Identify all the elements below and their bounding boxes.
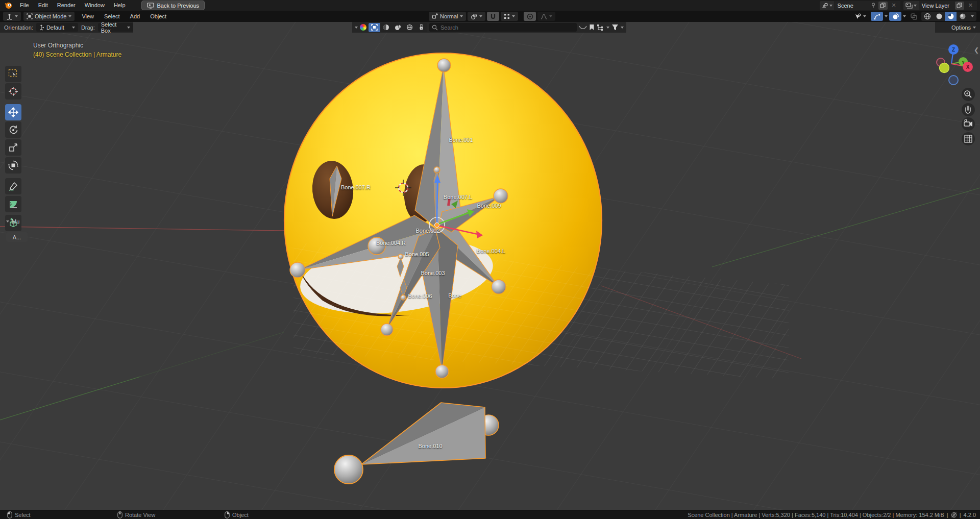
bone-label-Bone.001: Bone.001 — [449, 137, 473, 143]
solid-shading-icon — [936, 13, 943, 20]
orientation-icon — [432, 13, 438, 19]
scene-unlink-button[interactable]: ✕ — [890, 2, 898, 9]
hint-rotate-view: Rotate View — [117, 510, 155, 519]
transform-orientation-dropdown[interactable]: Normal — [429, 12, 466, 21]
shading-mode-group — [921, 12, 976, 21]
menu-file[interactable]: File — [15, 0, 34, 11]
mode-dropdown[interactable]: Object Mode — [23, 12, 75, 21]
menu-view[interactable]: View — [77, 13, 99, 19]
shading-solid-button[interactable] — [933, 12, 945, 21]
view-layer-icon — [905, 3, 913, 9]
proportional-editing-toggle[interactable] — [524, 12, 536, 21]
material-shading-icon — [947, 13, 954, 20]
chevron-down-icon — [15, 15, 18, 17]
display-controls — [851, 12, 976, 21]
chevron-down-icon — [863, 15, 866, 17]
magnet-icon — [490, 13, 496, 20]
gizmo-pointer-icon — [854, 13, 861, 20]
menu-render[interactable]: Render — [53, 0, 80, 11]
xray-toggle[interactable] — [908, 12, 920, 21]
scene-name-field[interactable]: Scene ✕ — [835, 1, 900, 10]
blender-window: File Edit Render Window Help Back to Pre… — [0, 0, 980, 519]
3d-viewport-icon — [6, 13, 13, 20]
editor-type-button[interactable] — [3, 12, 21, 21]
chevron-down-icon — [68, 15, 71, 17]
xray-icon — [911, 13, 917, 20]
screen-back-icon — [147, 3, 154, 9]
blender-logo-icon[interactable] — [5, 2, 12, 9]
gizmos-arc-icon — [874, 13, 880, 20]
pivot-point-icon — [471, 13, 477, 20]
menu-edit[interactable]: Edit — [34, 0, 53, 11]
bone-label-Bone.010: Bone.010 — [418, 443, 442, 449]
bone-label-Bone.005: Bone.005 — [405, 251, 429, 257]
bone-label-Bone: Bone — [448, 292, 461, 299]
hint-rotate-view-label: Rotate View — [125, 512, 155, 518]
wireframe-shading-icon — [924, 13, 931, 20]
chevron-down-icon — [971, 15, 974, 17]
bone-label-Bone.002: Bone.002 — [415, 228, 439, 234]
chevron-down-icon[interactable] — [903, 15, 906, 17]
version-label: 4.2.0 — [964, 512, 976, 518]
view-layer-browse-button[interactable] — [903, 1, 919, 10]
rendered-shading-icon — [959, 13, 966, 20]
viewport-header: Object Mode View Select Add Object Norma… — [0, 11, 980, 22]
scene-browse-button[interactable] — [820, 1, 835, 10]
hint-object-label: Object — [232, 512, 249, 518]
bone-label-Bone.004.L: Bone.004.L — [477, 248, 505, 254]
shading-wireframe-button[interactable] — [921, 12, 933, 21]
menu-add[interactable]: Add — [125, 13, 145, 19]
orientation-value: Normal — [440, 13, 458, 19]
shading-rendered-button[interactable] — [957, 12, 968, 21]
proportional-falloff-dropdown[interactable] — [537, 12, 555, 21]
chevron-down-icon — [549, 15, 552, 17]
shading-material-preview-button[interactable] — [945, 12, 957, 21]
snap-toggle[interactable] — [487, 12, 499, 21]
show-gizmos-toggle[interactable] — [871, 12, 883, 21]
scene-selector: Scene ✕ — [820, 1, 900, 10]
bone-label-Bone.006: Bone.006 — [408, 293, 432, 299]
show-overlays-toggle[interactable] — [889, 12, 901, 21]
bone-label-Bone.004.R: Bone.004.R — [376, 240, 406, 246]
pin-icon[interactable] — [871, 3, 876, 8]
scene-name: Scene — [838, 3, 868, 9]
scene-duplicate-button[interactable] — [878, 2, 888, 10]
mmb-icon — [117, 511, 122, 518]
view-layer-name-field[interactable]: View Layer ✕ — [919, 1, 977, 10]
menu-object[interactable]: Object — [145, 13, 172, 19]
network-offline-icon — [951, 512, 957, 518]
menu-help[interactable]: Help — [109, 0, 130, 11]
snap-target-icon — [504, 13, 510, 19]
chevron-down-icon[interactable] — [885, 15, 888, 17]
view-layer-selector: View Layer ✕ — [903, 1, 977, 10]
bone-label-Bone.007.R: Bone.007.R — [341, 184, 371, 190]
back-to-previous-button[interactable]: Back to Previous — [141, 1, 205, 10]
proportional-editing-icon — [527, 13, 533, 20]
view-layer-remove-button[interactable]: ✕ — [967, 2, 974, 9]
bone-label-Bone.003: Bone.003 — [421, 270, 445, 276]
hint-object: Object — [225, 510, 249, 519]
show-gizmo-dropdown[interactable] — [851, 12, 869, 21]
viewport-3d[interactable]: Z Y X — [0, 22, 980, 510]
overlays-icon — [892, 13, 899, 20]
pivot-point-dropdown[interactable] — [468, 12, 485, 21]
stats-separator: | — [960, 512, 961, 518]
menu-select[interactable]: Select — [99, 13, 125, 19]
hint-select-label: Select — [15, 512, 31, 518]
back-to-previous-label: Back to Previous — [157, 3, 200, 9]
chevron-down-icon — [512, 15, 515, 17]
mode-label: Object Mode — [35, 13, 66, 19]
chevron-down-icon — [829, 5, 832, 7]
topbar: File Edit Render Window Help Back to Pre… — [0, 0, 980, 11]
shading-dropdown[interactable] — [968, 12, 976, 21]
scene-stats: Scene Collection | Armature | Verts:5,32… — [688, 510, 976, 519]
chevron-down-icon — [460, 15, 463, 17]
snap-settings-dropdown[interactable] — [501, 12, 518, 21]
lmb-icon — [7, 511, 12, 518]
stats-text: Scene Collection | Armature | Verts:5,32… — [688, 512, 944, 518]
view-layer-name: View Layer — [922, 3, 952, 9]
menu-window[interactable]: Window — [80, 0, 109, 11]
scene-icon — [822, 3, 828, 9]
bone-label-layer: Bone.001Bone.007.RBone.007.LBone.009Bone… — [0, 22, 980, 510]
view-layer-duplicate-button[interactable] — [955, 2, 964, 10]
